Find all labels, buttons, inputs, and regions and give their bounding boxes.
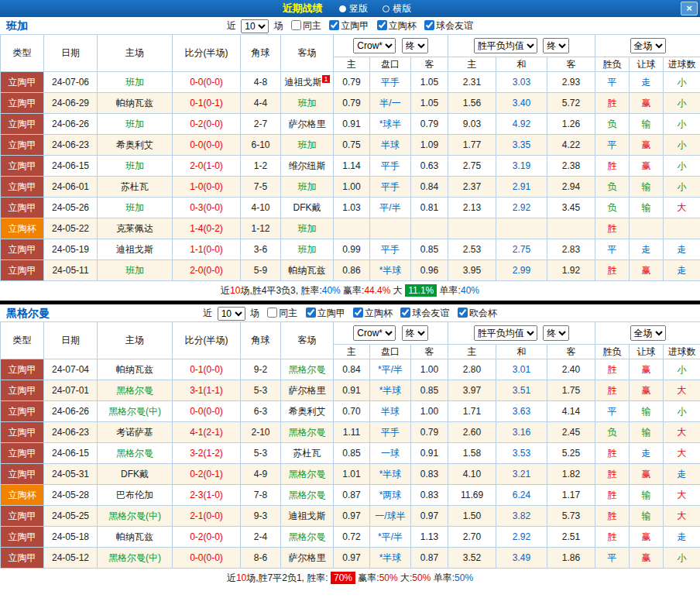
recent-count-select[interactable]: 10 (241, 19, 269, 33)
odds-time-select[interactable]: 终 (402, 325, 428, 341)
handicap-cell (370, 218, 411, 239)
score-cell: 0-0(0-0) (173, 548, 241, 569)
asian-away-odds-cell: 0.96 (411, 260, 448, 281)
europe-time-select[interactable]: 终 (543, 38, 569, 53)
match-row: 立陶甲24-05-25黑格尔曼(中)2-1(0-0)9-3迪祖戈斯0.97一/球… (1, 506, 700, 527)
home-team-cell: 班加 (98, 114, 173, 135)
corner-cell: 5-3 (241, 380, 281, 401)
europe-draw-odds-cell: 3.51 (496, 380, 547, 401)
asian-home-odds-cell: 0.72 (334, 527, 370, 548)
summary-segment: 50% (379, 572, 398, 583)
goals-result-cell: 小 (664, 156, 700, 177)
goals-result-cell: 走 (664, 239, 700, 260)
score-cell: 0-3(0-0) (173, 198, 241, 218)
europe-draw-odds-cell: 3.53 (496, 443, 547, 464)
vertical-layout-radio[interactable]: 竖版 (339, 3, 368, 14)
europe-draw-odds-cell (496, 218, 547, 239)
cup-checkbox[interactable]: 立陶杯 (377, 20, 417, 31)
same-home-checkbox[interactable]: 同主 (291, 20, 321, 31)
europe-draw-odds-cell: 3.35 (496, 135, 547, 156)
same-home-checkbox[interactable]: 同主 (267, 308, 297, 318)
europe-draw-odds-cell: 3.40 (496, 93, 547, 114)
europe-draw-odds-cell: 3.19 (496, 156, 547, 177)
score-cell: 3-2(1-2) (173, 443, 241, 464)
odds-company-select[interactable]: Crow* (353, 38, 396, 53)
score-cell: 0-1(0-0) (173, 359, 241, 380)
europe-time-select[interactable]: 终 (543, 325, 569, 341)
result-cell: 胜 (595, 485, 630, 506)
sub-draw: 和 (496, 57, 547, 72)
friendly-checkbox[interactable]: 球会友谊 (400, 308, 449, 318)
match-row: 立陶甲24-05-31DFK戴0-2(0-1)4-9黑格尔曼1.01*半球0.8… (1, 464, 700, 485)
asian-home-odds-cell: 0.70 (334, 401, 370, 422)
scope-select[interactable]: 全场 (630, 325, 666, 341)
handicap-result-cell: 走 (630, 72, 664, 93)
league-type-cell: 立陶甲 (1, 380, 44, 401)
result-cell: 胜 (595, 93, 630, 114)
close-button[interactable]: × (681, 2, 698, 15)
handicap-result-cell: 输 (630, 506, 664, 527)
cup-checkbox[interactable]: 立陶杯 (353, 308, 393, 318)
summary-segment: 赢率: (355, 572, 379, 583)
corner-cell: 1-2 (241, 156, 281, 177)
europe-draw-odds-cell: 4.92 (496, 114, 547, 135)
score-cell: 3-1(1-1) (173, 380, 241, 401)
asian-home-odds-cell: 0.84 (334, 359, 370, 380)
titlebar: 近期战绩 竖版 横版 × (0, 0, 700, 17)
handicap-cell: 半/一 (370, 93, 411, 114)
horizontal-layout-radio[interactable]: 横版 (383, 3, 411, 14)
home-team-cell: 考诺萨基 (98, 422, 173, 443)
europe-home-odds-cell: 1.56 (448, 93, 496, 114)
league-type-cell: 立陶甲 (1, 239, 44, 260)
europe-odds-select[interactable]: 胜平负均值 (474, 325, 537, 341)
asian-away-odds-cell: 0.91 (411, 443, 448, 464)
summary-segment: 50% (455, 572, 473, 583)
home-team-cell: DFK戴 (98, 464, 173, 485)
handicap-cell: 平手 (370, 72, 411, 93)
friendly-checkbox[interactable]: 球会友谊 (424, 20, 473, 31)
conference-checkbox[interactable]: 欧会杯 (458, 308, 497, 318)
scope-header: 全场 (595, 322, 700, 345)
league-checkbox[interactable]: 立陶甲 (306, 308, 345, 318)
sub-eaway: 客 (547, 57, 595, 72)
home-team-cell: 帕纳瓦兹 (98, 527, 173, 548)
europe-draw-odds-cell: 3.63 (496, 401, 547, 422)
result-cell: 负 (595, 422, 630, 443)
odds-time-select[interactable]: 终 (402, 38, 428, 53)
league-type-cell: 立陶甲 (1, 177, 44, 198)
date-cell: 24-05-22 (44, 218, 98, 239)
recent-count-select[interactable]: 10 (218, 307, 245, 321)
corner-cell: 6-10 (241, 135, 281, 156)
col-score: 比分(半场) (173, 35, 241, 72)
score-cell: 0-1(0-1) (173, 93, 241, 114)
score-cell: 0-2(0-1) (173, 464, 241, 485)
europe-away-odds-cell: 2.45 (547, 422, 595, 443)
asian-home-odds-cell: 0.79 (334, 93, 370, 114)
handicap-result-cell: 赢 (630, 464, 664, 485)
league-checkbox[interactable]: 立陶甲 (329, 20, 369, 31)
date-cell: 24-06-15 (44, 443, 98, 464)
result-cell: 负 (595, 114, 630, 135)
scope-select[interactable]: 全场 (630, 38, 666, 53)
score-cell: 2-1(0-0) (173, 506, 241, 527)
league-type-cell: 立陶甲 (1, 114, 44, 135)
league-type-cell: 立陶甲 (1, 527, 44, 548)
europe-away-odds-cell: 5.73 (547, 506, 595, 527)
europe-draw-odds-cell: 3.16 (496, 422, 547, 443)
summary-segment: 50% (412, 572, 431, 583)
result-cell: 胜 (595, 260, 630, 281)
score-cell: 0-0(0-0) (173, 135, 241, 156)
europe-away-odds-cell: 5.25 (547, 443, 595, 464)
europe-odds-select[interactable]: 胜平负均值 (474, 38, 537, 53)
asian-odds-header: Crow* 终 (334, 322, 448, 345)
handicap-cell: 半球 (370, 401, 411, 422)
results-table: 类型 日期 主场 比分(半场) 角球 客场 Crow* 终 胜平负均值 终 (0, 321, 700, 569)
europe-home-odds-cell: 2.53 (448, 239, 496, 260)
asian-home-odds-cell: 0.85 (334, 443, 370, 464)
summary-segment: 近 (227, 572, 236, 583)
europe-away-odds-cell: 1.26 (547, 114, 595, 135)
match-row: 立陶杯24-05-28巴布伦加2-3(1-0)7-8黑格尔曼0.87*两球0.8… (1, 485, 700, 506)
date-cell: 24-06-15 (44, 156, 98, 177)
odds-company-select[interactable]: Crow* (353, 325, 396, 341)
date-cell: 24-06-26 (44, 114, 98, 135)
